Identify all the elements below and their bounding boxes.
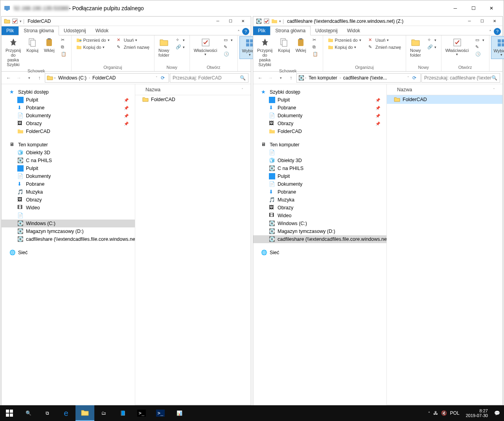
taskbar-app2[interactable]: 📘 <box>113 405 132 421</box>
nav-recent-button[interactable]: ▾ <box>24 73 34 83</box>
search-box[interactable]: 🔍 <box>421 73 500 83</box>
breadcrumb-item[interactable]: Windows (C:) <box>57 75 88 81</box>
tree-quick-access[interactable]: ★Szybki dostęp <box>2 88 135 96</box>
file-list[interactable]: Nazwa ˆ FolderCAD ◄► <box>387 84 502 411</box>
tab-home[interactable]: Strona główna <box>270 26 311 35</box>
tray-volume-icon[interactable]: 🔇 <box>441 410 447 416</box>
maximize-button[interactable]: ☐ <box>476 17 487 25</box>
copy-path-button[interactable]: ⧉ <box>59 44 68 50</box>
search-input[interactable] <box>173 75 240 81</box>
tree-cad-z[interactable]: 💽cadfileshare (\\extendcadfiles.file.cor… <box>253 235 386 243</box>
nav-tree[interactable]: ★Szybki dostęp Pulpit📌 ⬇Pobrane📌 📄Dokume… <box>253 84 387 411</box>
tray-notifications-icon[interactable]: 💬 <box>494 410 500 416</box>
tab-file[interactable]: Plik <box>253 26 270 35</box>
tray-language[interactable]: POL <box>450 410 460 416</box>
tree-desktop[interactable]: Pulpit📌 <box>253 96 386 104</box>
select-button[interactable]: Wybierz ▾ <box>491 36 504 59</box>
nav-recent-button[interactable]: ▾ <box>276 73 285 83</box>
new-item-button[interactable]: ✧▾ <box>426 37 438 43</box>
taskbar-powershell[interactable]: >_ <box>151 405 170 421</box>
tree-music[interactable]: 🎵Muzyka <box>253 196 386 204</box>
qat-check-icon[interactable] <box>263 18 270 24</box>
nav-forward-button[interactable]: → <box>266 73 275 83</box>
tree-music[interactable]: 🎵Muzyka <box>2 188 135 196</box>
tree-blank-file[interactable]: 📄 <box>253 149 386 157</box>
taskbar-cmd[interactable]: >_ <box>132 405 151 421</box>
move-to-button[interactable]: Przenieś do ▾ <box>75 37 111 43</box>
easy-access-button[interactable]: 🔗▾ <box>174 44 186 50</box>
close-button[interactable]: ✕ <box>237 17 248 25</box>
breadcrumb-item[interactable]: Ten komputer <box>307 75 339 81</box>
task-view-button[interactable]: ⧉ <box>38 405 57 421</box>
new-folder-button[interactable]: Nowy folder <box>156 36 172 59</box>
start-button[interactable] <box>0 405 19 421</box>
tree-blank-file[interactable]: 📄 <box>2 212 135 220</box>
tray-network-icon[interactable]: 🖧 <box>433 410 438 416</box>
tree-desktop2[interactable]: Pulpit <box>253 172 386 180</box>
tree-cad-z[interactable]: 💽cadfileshare (\\extendcadfiles.file.cor… <box>2 235 135 243</box>
qat-dropdown-icon[interactable]: ▾ <box>20 19 22 23</box>
copy-path-button[interactable]: ⧉ <box>311 44 320 50</box>
copy-to-button[interactable]: Kopiuj do ▾ <box>326 44 363 50</box>
copy-button[interactable]: Kopiuj <box>276 36 292 54</box>
delete-button[interactable]: ✕Usuń ▾ <box>367 37 403 43</box>
tree-foldercad[interactable]: FolderCAD <box>253 127 386 135</box>
tray-up-icon[interactable]: ˄ <box>428 411 430 415</box>
properties-button[interactable]: Właściwości ▾ <box>191 36 220 58</box>
tree-pictures[interactable]: 🖼Obrazy📌 <box>2 120 135 127</box>
rdp-minimize-button[interactable]: ─ <box>446 2 464 14</box>
tree-pictures[interactable]: 🖼Obrazy📌 <box>253 120 386 127</box>
refresh-icon[interactable]: ⟳ <box>158 75 167 81</box>
taskbar-app1[interactable]: 🗂 <box>94 405 113 421</box>
new-item-button[interactable]: ✧▾ <box>174 37 186 43</box>
tree-videos[interactable]: 🎞Wideo <box>2 204 135 212</box>
breadcrumb-item[interactable]: cadfileshare (\\exte... <box>342 75 388 81</box>
rdp-maximize-button[interactable]: ☐ <box>464 2 482 14</box>
edit-button[interactable]: ✎ <box>474 44 486 50</box>
rename-button[interactable]: ✎Zmień nazwę <box>367 44 403 50</box>
move-to-button[interactable]: Przenieś do ▾ <box>326 37 363 43</box>
taskbar-ie[interactable]: e <box>57 405 75 421</box>
close-button[interactable]: ✕ <box>489 17 500 25</box>
tree-downloads2[interactable]: ⬇Pobrane <box>2 180 135 188</box>
history-button[interactable]: 🕓 <box>474 51 486 57</box>
open-button[interactable]: ▭▾ <box>222 37 234 43</box>
tree-documents[interactable]: 📄Dokumenty📌 <box>2 112 135 120</box>
tree-c-on-phils[interactable]: 💽C na PHILS <box>253 164 386 172</box>
ribbon-collapse-icon[interactable]: ˄ <box>487 30 494 35</box>
tree-this-pc[interactable]: 🖥Ten komputer <box>253 141 386 149</box>
tree-downloads[interactable]: ⬇Pobrane📌 <box>253 104 386 112</box>
tree-c-on-phils[interactable]: 💽C na PHILS <box>2 157 135 164</box>
help-icon[interactable]: ? <box>494 28 501 35</box>
tree-this-pc[interactable]: 🖥Ten komputer <box>2 141 135 149</box>
search-box[interactable]: 🔍 <box>170 73 248 83</box>
cut-button[interactable]: ✂ <box>311 37 320 43</box>
column-name[interactable]: Nazwa <box>142 87 164 92</box>
tree-foldercad[interactable]: FolderCAD <box>2 127 135 135</box>
tray-clock[interactable]: 8:27 2019-07-30 <box>463 408 491 418</box>
tab-view[interactable]: Widok <box>91 26 113 35</box>
list-item[interactable]: FolderCAD <box>135 95 251 104</box>
paste-button[interactable]: Wklej <box>293 36 309 54</box>
search-button[interactable]: 🔍 <box>19 405 38 421</box>
tree-windows-c[interactable]: 💽Windows (C:) <box>253 220 386 227</box>
tree-downloads2[interactable]: ⬇Pobrane <box>253 188 386 196</box>
pin-to-quick-access-button[interactable]: Przypnij do paska Szybki <box>3 36 23 68</box>
cut-button[interactable]: ✂ <box>59 37 68 43</box>
tab-home[interactable]: Strona główna <box>18 26 59 35</box>
edit-button[interactable]: ✎ <box>222 44 234 50</box>
tab-view[interactable]: Widok <box>342 26 365 35</box>
minimize-button[interactable]: ─ <box>464 17 475 25</box>
tree-pictures2[interactable]: 🖼Obrazy <box>2 196 135 204</box>
open-button[interactable]: ▭▾ <box>474 37 486 43</box>
tree-3d-objects[interactable]: 🧊Obiekty 3D <box>253 157 386 164</box>
paste-shortcut-button[interactable]: 📋 <box>311 51 320 57</box>
nav-forward-button[interactable]: → <box>14 73 24 83</box>
tree-documents[interactable]: 📄Dokumenty📌 <box>253 112 386 120</box>
tree-windows-c[interactable]: 💽Windows (C:) <box>2 220 135 227</box>
tree-desktop[interactable]: Pulpit📌 <box>2 96 135 104</box>
delete-button[interactable]: ✕Usuń ▾ <box>115 37 151 43</box>
tree-documents2[interactable]: 📄Dokumenty <box>2 172 135 180</box>
nav-up-button[interactable]: ↑ <box>286 73 296 83</box>
tab-file[interactable]: Plik <box>2 26 18 35</box>
